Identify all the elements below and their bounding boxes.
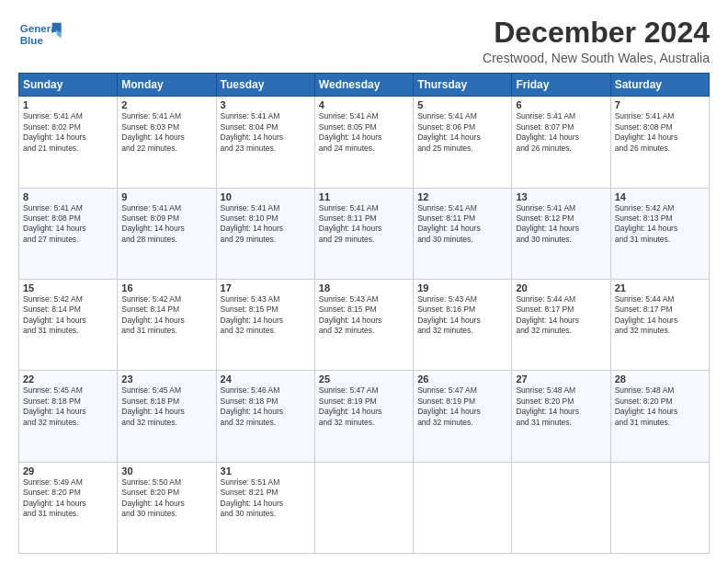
day-number: 27: [516, 373, 606, 385]
table-row: 28Sunrise: 5:48 AM Sunset: 8:20 PM Dayli…: [610, 371, 709, 462]
day-info: Sunrise: 5:41 AM Sunset: 8:11 PM Dayligh…: [417, 203, 507, 246]
col-tuesday: Tuesday: [216, 74, 314, 97]
table-row: [314, 462, 413, 553]
table-row: 21Sunrise: 5:44 AM Sunset: 8:17 PM Dayli…: [610, 279, 709, 370]
table-row: 12Sunrise: 5:41 AM Sunset: 8:11 PM Dayli…: [414, 188, 512, 279]
week-row-1: 1Sunrise: 5:41 AM Sunset: 8:02 PM Daylig…: [19, 97, 710, 188]
day-number: 11: [319, 191, 409, 202]
table-row: 16Sunrise: 5:42 AM Sunset: 8:14 PM Dayli…: [118, 279, 216, 370]
table-row: 10Sunrise: 5:41 AM Sunset: 8:10 PM Dayli…: [216, 188, 314, 279]
day-number: 16: [121, 282, 211, 293]
day-info: Sunrise: 5:41 AM Sunset: 8:10 PM Dayligh…: [221, 203, 311, 246]
day-info: Sunrise: 5:48 AM Sunset: 8:20 PM Dayligh…: [615, 385, 705, 428]
day-info: Sunrise: 5:47 AM Sunset: 8:19 PM Dayligh…: [319, 385, 409, 428]
day-info: Sunrise: 5:41 AM Sunset: 8:02 PM Dayligh…: [23, 111, 113, 154]
day-number: 19: [417, 282, 507, 293]
day-number: 30: [121, 465, 211, 477]
logo: General Blue: [18, 17, 64, 53]
week-row-2: 8Sunrise: 5:41 AM Sunset: 8:08 PM Daylig…: [19, 188, 710, 279]
svg-text:Blue: Blue: [20, 34, 44, 46]
table-row: 5Sunrise: 5:41 AM Sunset: 8:06 PM Daylig…: [414, 97, 512, 188]
table-row: 4Sunrise: 5:41 AM Sunset: 8:05 PM Daylig…: [314, 97, 413, 188]
col-friday: Friday: [512, 74, 610, 97]
day-number: 3: [221, 99, 311, 110]
calendar: Sunday Monday Tuesday Wednesday Thursday…: [18, 73, 710, 554]
week-row-3: 15Sunrise: 5:42 AM Sunset: 8:14 PM Dayli…: [19, 279, 710, 370]
day-info: Sunrise: 5:44 AM Sunset: 8:17 PM Dayligh…: [615, 294, 705, 337]
header: General Blue December 2024 Crestwood, Ne…: [18, 17, 710, 65]
table-row: 27Sunrise: 5:48 AM Sunset: 8:20 PM Dayli…: [512, 371, 610, 462]
day-number: 25: [319, 373, 409, 385]
day-number: 8: [23, 191, 113, 202]
table-row: 13Sunrise: 5:41 AM Sunset: 8:12 PM Dayli…: [512, 188, 610, 279]
table-row: 25Sunrise: 5:47 AM Sunset: 8:19 PM Dayli…: [314, 371, 413, 462]
table-row: 30Sunrise: 5:50 AM Sunset: 8:20 PM Dayli…: [118, 462, 216, 553]
day-number: 26: [417, 373, 507, 385]
day-number: 4: [319, 99, 409, 110]
day-number: 5: [417, 99, 507, 110]
col-monday: Monday: [118, 74, 216, 97]
table-row: 11Sunrise: 5:41 AM Sunset: 8:11 PM Dayli…: [314, 188, 413, 279]
day-number: 20: [516, 282, 606, 293]
day-info: Sunrise: 5:48 AM Sunset: 8:20 PM Dayligh…: [516, 385, 606, 428]
day-info: Sunrise: 5:43 AM Sunset: 8:15 PM Dayligh…: [221, 294, 311, 337]
day-number: 6: [516, 99, 606, 110]
table-row: 29Sunrise: 5:49 AM Sunset: 8:20 PM Dayli…: [19, 462, 118, 553]
table-row: 23Sunrise: 5:45 AM Sunset: 8:18 PM Dayli…: [118, 371, 216, 462]
day-number: 31: [221, 465, 311, 477]
col-saturday: Saturday: [610, 74, 709, 97]
col-thursday: Thursday: [414, 74, 512, 97]
day-info: Sunrise: 5:44 AM Sunset: 8:17 PM Dayligh…: [516, 294, 606, 337]
day-number: 21: [615, 282, 705, 293]
day-number: 17: [221, 282, 311, 293]
table-row: 26Sunrise: 5:47 AM Sunset: 8:19 PM Dayli…: [414, 371, 512, 462]
main-title: December 2024: [483, 17, 710, 49]
table-row: 19Sunrise: 5:43 AM Sunset: 8:16 PM Dayli…: [414, 279, 512, 370]
day-info: Sunrise: 5:51 AM Sunset: 8:21 PM Dayligh…: [221, 477, 311, 520]
table-row: 3Sunrise: 5:41 AM Sunset: 8:04 PM Daylig…: [216, 97, 314, 188]
week-row-5: 29Sunrise: 5:49 AM Sunset: 8:20 PM Dayli…: [19, 462, 710, 553]
week-row-4: 22Sunrise: 5:45 AM Sunset: 8:18 PM Dayli…: [19, 371, 710, 462]
calendar-header-row: Sunday Monday Tuesday Wednesday Thursday…: [19, 74, 710, 97]
table-row: 9Sunrise: 5:41 AM Sunset: 8:09 PM Daylig…: [118, 188, 216, 279]
day-info: Sunrise: 5:49 AM Sunset: 8:20 PM Dayligh…: [23, 477, 113, 520]
table-row: 1Sunrise: 5:41 AM Sunset: 8:02 PM Daylig…: [19, 97, 118, 188]
table-row: 8Sunrise: 5:41 AM Sunset: 8:08 PM Daylig…: [19, 188, 118, 279]
day-info: Sunrise: 5:41 AM Sunset: 8:11 PM Dayligh…: [319, 203, 409, 246]
day-info: Sunrise: 5:46 AM Sunset: 8:18 PM Dayligh…: [221, 385, 311, 428]
day-info: Sunrise: 5:43 AM Sunset: 8:15 PM Dayligh…: [319, 294, 409, 337]
day-number: 9: [121, 191, 211, 202]
day-number: 22: [23, 373, 113, 385]
table-row: 17Sunrise: 5:43 AM Sunset: 8:15 PM Dayli…: [216, 279, 314, 370]
day-info: Sunrise: 5:41 AM Sunset: 8:03 PM Dayligh…: [121, 111, 211, 154]
day-info: Sunrise: 5:50 AM Sunset: 8:20 PM Dayligh…: [121, 477, 211, 520]
table-row: [610, 462, 709, 553]
day-info: Sunrise: 5:45 AM Sunset: 8:18 PM Dayligh…: [121, 385, 211, 428]
day-number: 15: [23, 282, 113, 293]
logo-icon: General Blue: [18, 17, 64, 53]
table-row: 6Sunrise: 5:41 AM Sunset: 8:07 PM Daylig…: [512, 97, 610, 188]
day-number: 2: [121, 99, 211, 110]
day-info: Sunrise: 5:41 AM Sunset: 8:04 PM Dayligh…: [221, 111, 311, 154]
day-number: 12: [417, 191, 507, 202]
day-number: 18: [319, 282, 409, 293]
table-row: [512, 462, 610, 553]
table-row: 15Sunrise: 5:42 AM Sunset: 8:14 PM Dayli…: [19, 279, 118, 370]
day-info: Sunrise: 5:43 AM Sunset: 8:16 PM Dayligh…: [417, 294, 507, 337]
day-number: 7: [615, 99, 705, 110]
table-row: 31Sunrise: 5:51 AM Sunset: 8:21 PM Dayli…: [216, 462, 314, 553]
day-info: Sunrise: 5:42 AM Sunset: 8:14 PM Dayligh…: [23, 294, 113, 337]
day-number: 29: [23, 465, 113, 477]
day-number: 1: [23, 99, 113, 110]
day-number: 13: [516, 191, 606, 202]
day-info: Sunrise: 5:45 AM Sunset: 8:18 PM Dayligh…: [23, 385, 113, 428]
table-row: 24Sunrise: 5:46 AM Sunset: 8:18 PM Dayli…: [216, 371, 314, 462]
day-number: 28: [615, 373, 705, 385]
title-block: December 2024 Crestwood, New South Wales…: [483, 17, 710, 65]
day-number: 24: [221, 373, 311, 385]
day-number: 10: [221, 191, 311, 202]
day-info: Sunrise: 5:41 AM Sunset: 8:12 PM Dayligh…: [516, 203, 606, 246]
day-info: Sunrise: 5:41 AM Sunset: 8:08 PM Dayligh…: [23, 203, 113, 246]
page: General Blue December 2024 Crestwood, Ne…: [0, 0, 728, 563]
col-sunday: Sunday: [19, 74, 118, 97]
